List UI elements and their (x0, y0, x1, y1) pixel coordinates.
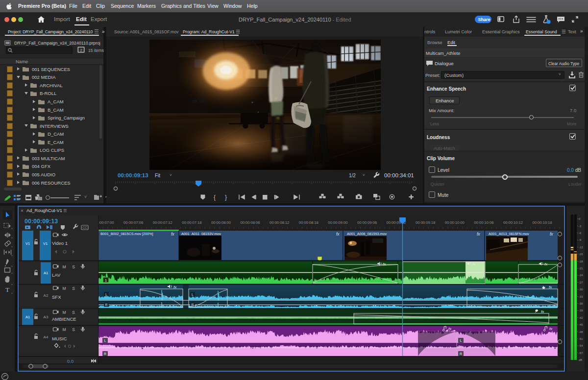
svg-text:00:00:07:06: 00:00:07:06 (123, 220, 143, 225)
svg-text:fx: fx (544, 262, 548, 266)
svg-text:A1: A1 (44, 271, 48, 275)
svg-text:-15: -15 (579, 253, 583, 256)
svg-text:-18: -18 (579, 260, 583, 263)
svg-text:fx: fx (549, 327, 553, 331)
svg-text:dB: dB (579, 358, 582, 361)
svg-text:00:00:08:18: 00:00:08:18 (299, 220, 318, 225)
svg-text:M: M (62, 286, 66, 291)
svg-text:00:00:08:06: 00:00:08:06 (241, 220, 260, 225)
svg-text:AMBIENCE: AMBIENCE (52, 316, 76, 322)
svg-text:-27: -27 (579, 281, 583, 284)
svg-text:S: S (72, 264, 75, 269)
svg-text:A4: A4 (44, 335, 49, 339)
svg-text:fx: fx (383, 262, 386, 266)
svg-text:A001_A013_0815FN.mov: A001_A013_0815FN.mov (489, 232, 529, 236)
svg-text:00:00:10:00: 00:00:10:00 (445, 220, 465, 225)
svg-text:-12: -12 (579, 246, 583, 249)
svg-text:fx: fx (173, 285, 177, 289)
svg-text:00:00:09:13: 00:00:09:13 (24, 218, 58, 225)
svg-text:M: M (62, 264, 66, 269)
svg-text:-24: -24 (579, 274, 583, 277)
svg-text:fx: fx (550, 232, 553, 237)
svg-text:S: S (72, 286, 75, 291)
svg-text:{: { (214, 194, 216, 201)
svg-text:-36: -36 (579, 302, 583, 305)
svg-text:A1: A1 (25, 315, 30, 319)
svg-text:M: M (62, 310, 66, 315)
svg-text:-39: -39 (579, 309, 583, 312)
svg-text:-33: -33 (579, 295, 583, 298)
svg-text:00:00:09:00: 00:00:09:00 (328, 220, 348, 225)
svg-text:B001_B002_0815CS.mov [200%]: B001_B002_0815CS.mov [200%] (100, 232, 153, 236)
svg-text:0.0: 0.0 (67, 358, 74, 364)
svg-text:SFX: SFX (52, 294, 61, 300)
svg-text:fx: fx (448, 327, 452, 331)
svg-text:1: 1 (105, 278, 107, 283)
svg-text:V1: V1 (25, 241, 30, 246)
svg-text:00:00:07:12: 00:00:07:12 (153, 220, 172, 225)
svg-text:fx: fx (541, 309, 544, 314)
svg-text:-3: -3 (579, 225, 581, 228)
svg-text:}: } (225, 194, 227, 201)
svg-text:L: L (104, 339, 106, 342)
svg-text:fx: fx (472, 262, 476, 266)
svg-text:S: S (72, 310, 75, 315)
svg-text:M: M (62, 327, 66, 332)
svg-text:Ad_RoughCut-V1: Ad_RoughCut-V1 (26, 208, 62, 213)
svg-text:00:00:10:18: 00:00:10:18 (533, 220, 552, 225)
svg-text:A001_A011_08153V.mov: A001_A011_08153V.mov (181, 232, 221, 236)
svg-text:L: L (105, 293, 107, 296)
svg-text:-6: -6 (579, 232, 581, 235)
svg-text:MUSIC: MUSIC (52, 336, 67, 341)
svg-text:-57: -57 (579, 352, 583, 355)
svg-text:R: R (105, 303, 108, 307)
svg-text:V1: V1 (43, 241, 48, 246)
svg-text:fx: fx (477, 232, 480, 237)
svg-text:L: L (192, 293, 194, 296)
svg-text:Video 1: Video 1 (52, 240, 68, 246)
svg-text:T: T (5, 286, 10, 293)
svg-text:00:00:09:06: 00:00:09:06 (357, 220, 377, 225)
svg-text:-45: -45 (579, 323, 583, 326)
svg-text:R: R (460, 352, 462, 356)
svg-text:-21: -21 (579, 267, 583, 270)
svg-text:☰: ☰ (63, 208, 67, 213)
svg-text:-54: -54 (579, 344, 583, 347)
svg-text:0: 0 (579, 217, 580, 220)
svg-text:fx: fx (171, 232, 174, 237)
svg-text:-9: -9 (579, 238, 581, 241)
svg-text:-30: -30 (579, 288, 583, 291)
svg-text:-42: -42 (579, 316, 583, 319)
svg-text:×: × (21, 208, 24, 214)
svg-text:00:00:07:18: 00:00:07:18 (182, 220, 201, 225)
svg-text:L: L (460, 339, 462, 342)
svg-text:fx: fx (336, 232, 340, 237)
svg-text:00:00:08:12: 00:00:08:12 (270, 220, 289, 225)
svg-text:-51: -51 (579, 337, 583, 340)
svg-text:00:00:10:12: 00:00:10:12 (503, 220, 523, 225)
svg-text:R: R (104, 352, 106, 356)
svg-text:-48: -48 (579, 331, 583, 333)
svg-text:00:00:08:00: 00:00:08:00 (211, 220, 231, 225)
svg-text:LAV: LAV (52, 272, 61, 278)
svg-text:00:00:10:06: 00:00:10:06 (474, 220, 493, 225)
svg-text:CC: CC (83, 226, 88, 229)
svg-text:fx: fx (549, 285, 552, 289)
svg-text:A2: A2 (44, 293, 49, 298)
svg-text:A3: A3 (44, 315, 49, 319)
svg-text:A001_A006_081593.mov: A001_A006_081593.mov (347, 232, 387, 236)
svg-text:00:00:09:18: 00:00:09:18 (416, 220, 435, 225)
svg-text:S: S (72, 327, 75, 332)
